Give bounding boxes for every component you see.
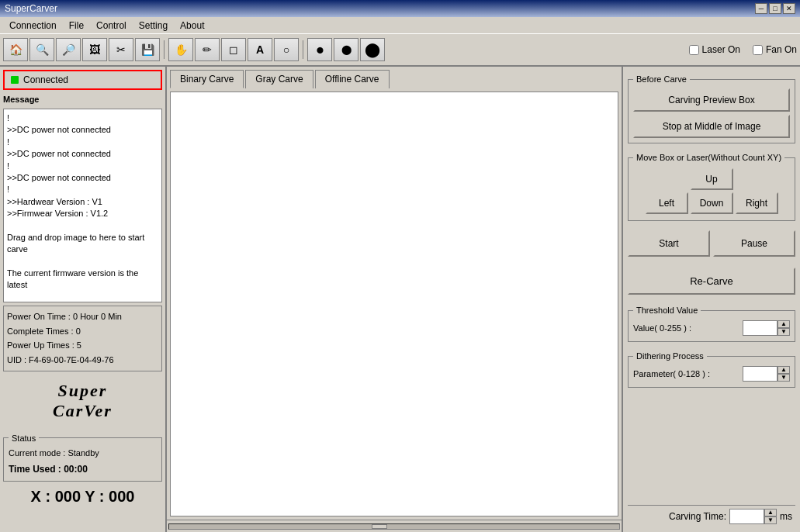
dithering-title: Dithering Process [633,351,707,361]
uid-display: UID : F4-69-00-7E-04-49-76 [7,353,158,368]
tool-zoom-out[interactable]: 🔎 [56,38,81,61]
carving-time-up[interactable]: ▲ [764,509,777,516]
before-carve-title: Before Carve [633,74,690,84]
connected-indicator [11,76,19,84]
action-buttons: Start Pause [628,227,795,260]
tool-dot-sm[interactable]: ⬤ [307,38,332,61]
tab-offline-carve[interactable]: Offline Carve [315,70,390,88]
start-button[interactable]: Start [628,230,710,257]
menu-control[interactable]: Control [90,19,133,33]
tab-gray-carve[interactable]: Gray Carve [245,70,313,88]
minimize-button[interactable]: ─ [755,3,767,14]
carving-time-spinner: 50 ▲ ▼ [729,509,777,524]
carving-time-down[interactable]: ▼ [764,516,777,524]
dithering-group: Dithering Process Parameter( 0-128 ) : 2… [628,351,795,388]
tool-home[interactable]: 🏠 [3,38,28,61]
message-line-8: >>Hardwear Version : V1 [7,196,158,208]
status-group: Status Current mode : Standby Time Used … [3,434,162,482]
toolbar-separator-1 [164,40,165,59]
canvas-area[interactable] [170,92,618,516]
menu-setting[interactable]: Setting [133,19,174,33]
maximize-button[interactable]: □ [769,3,781,14]
dithering-down[interactable]: ▼ [777,374,790,382]
tool-image[interactable]: 🖼 [82,38,107,61]
threshold-input[interactable]: 128 [743,320,777,336]
re-carve-button[interactable]: Re-Carve [628,268,795,295]
tool-delete[interactable]: ✂ [109,38,133,61]
fan-on-label[interactable]: Fan On [753,44,797,55]
message-line-7: ! [7,184,158,195]
message-line-11: Drag and drop image to here to start car… [7,232,158,256]
right-panel: Before Carve Carving Preview Box Stop at… [622,67,800,532]
tool-save[interactable]: 💾 [135,38,160,61]
brand-line2: CarVer [3,401,162,421]
window-controls: ─ □ ✕ [755,3,795,14]
tool-pan[interactable]: ✋ [168,38,193,61]
tool-dot-lg[interactable]: ⬤ [360,38,385,61]
laser-on-label[interactable]: Laser On [689,44,740,55]
message-area: ! >>DC power not connected ! >>DC power … [3,109,162,302]
dithering-spinner-btns: ▲ ▼ [777,366,790,382]
left-panel: Connected Message ! >>DC power not conne… [0,67,167,532]
move-box-group: Move Box or Laser(Without Count XY) Up L… [628,153,795,221]
message-line-4: >>DC power not connected [7,148,158,160]
time-used: Time Used : 00:00 [9,461,157,478]
current-mode: Current mode : Standby [9,446,157,461]
carving-preview-box-button[interactable]: Carving Preview Box [633,88,790,112]
menu-file[interactable]: File [63,19,90,33]
message-line-10 [7,220,158,232]
connection-status: Connected [3,70,162,90]
down-button[interactable]: Down [691,192,733,214]
threshold-row: Value( 0-255 ) : 128 ▲ ▼ [633,320,790,336]
scroll-thumb[interactable] [372,524,387,529]
before-carve-group: Before Carve Carving Preview Box Stop at… [628,74,795,143]
up-button[interactable]: Up [691,168,733,190]
brand-area: Super CarVer [3,375,162,427]
right-button[interactable]: Right [736,192,778,214]
threshold-title: Threshold Value [633,306,701,315]
stop-at-middle-button[interactable]: Stop at Middle of Image [633,115,790,138]
dithering-row: Parameter( 0-128 ) : 20 ▲ ▼ [633,366,790,382]
pause-button[interactable]: Pause [713,230,795,257]
close-button[interactable]: ✕ [783,3,795,14]
move-box-title: Move Box or Laser(Without Count XY) [633,153,784,162]
dithering-label: Parameter( 0-128 ) : [633,369,743,378]
tool-pen[interactable]: ✏ [195,38,220,61]
tool-erase[interactable]: ◻ [221,38,246,61]
fan-on-checkbox[interactable] [753,45,763,55]
main-area: Connected Message ! >>DC power not conne… [0,67,800,532]
threshold-group: Threshold Value Value( 0-255 ) : 128 ▲ ▼ [628,306,795,342]
complete-times: Complete Times : 0 [7,324,158,339]
dithering-input[interactable]: 20 [743,366,777,382]
scroll-track [168,523,620,530]
tool-zoom-in[interactable]: 🔍 [29,38,54,61]
left-button[interactable]: Left [646,192,688,214]
laser-on-checkbox[interactable] [689,45,699,55]
threshold-down[interactable]: ▼ [777,328,790,336]
carving-time-label: Carving Time: [669,511,726,522]
threshold-spinner: 128 ▲ ▼ [743,320,790,336]
menu-about[interactable]: About [174,19,210,33]
dithering-up[interactable]: ▲ [777,366,790,374]
power-on-time: Power On Time : 0 Hour 0 Min [7,309,158,324]
connected-label: Connected [23,74,68,85]
menu-connection[interactable]: Connection [3,19,63,33]
info-area: Power On Time : 0 Hour 0 Min Complete Ti… [3,306,162,371]
tab-bar: Binary Carve Gray Carve Offline Carve [167,67,622,88]
status-legend: Status [9,434,39,443]
message-line-9: >>Firmwear Version : V1.2 [7,208,158,219]
tab-binary-carve[interactable]: Binary Carve [170,70,244,88]
threshold-up[interactable]: ▲ [777,320,790,328]
move-row-up: Up [691,168,733,190]
tool-text[interactable]: A [248,38,272,61]
horizontal-scrollbar[interactable] [167,520,622,532]
tool-circle[interactable]: ○ [274,38,299,61]
carving-time-input[interactable]: 50 [729,509,764,524]
tool-dot-md[interactable]: ⬤ [334,38,358,61]
xy-display: X : 000 Y : 000 [3,485,162,509]
toolbar-separator-2 [303,40,303,59]
message-label: Message [3,95,162,104]
title-bar: SuperCarver ─ □ ✕ [0,0,800,17]
threshold-label: Value( 0-255 ) : [633,323,743,333]
move-row-middle: Left Down Right [646,192,778,214]
